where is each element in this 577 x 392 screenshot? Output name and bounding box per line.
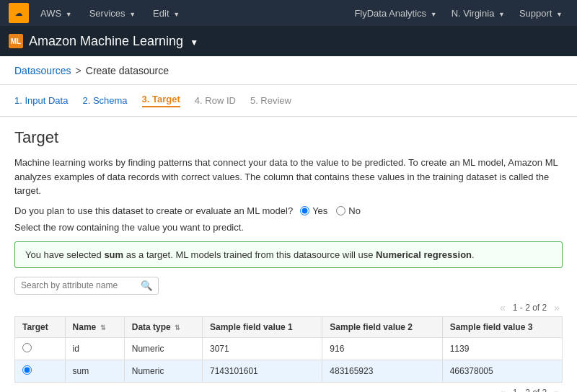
col-val2: Sample field value 2 [322,316,442,337]
yes-label: Yes [312,205,327,216]
val3-cell: 1139 [442,337,562,360]
aws-logo: ☁ [9,3,29,23]
content-area: Target Machine learning works by finding… [0,117,577,392]
pagination-top: « 1 - 2 of 2 » [14,300,563,315]
service-icon: ML [9,34,23,48]
main-content: 1. Input Data 2. Schema 3. Target 4. Row… [0,85,577,392]
info-text-before: You have selected [25,249,104,260]
support-menu[interactable]: Support ▼ [514,5,568,22]
yes-radio[interactable] [300,206,309,215]
val1-cell: 3071 [203,337,322,360]
next-page-bottom-button[interactable]: » [551,386,563,393]
pagination-count: 1 - 2 of 2 [513,303,547,313]
info-target: sum [104,249,123,260]
top-nav: ☁ AWS ▼ Services ▼ Edit ▼ FlyData Analyt… [0,0,577,26]
search-button[interactable]: 🔍 [138,277,156,294]
col-val1: Sample field value 1 [203,316,322,337]
breadcrumb: Datasources > Create datasource [0,56,577,85]
radio-cell[interactable] [15,337,66,360]
name-cell: sum [65,360,124,382]
select-row: Select the row containing the value you … [14,222,563,233]
name-cell: id [65,337,124,360]
yes-no-group: Yes No [300,205,361,216]
top-nav-left: ☁ AWS ▼ Services ▼ Edit ▼ [9,3,185,23]
prev-page-button[interactable]: « [497,300,508,315]
attribute-table: Target Name ⇅ Data type ⇅ Sample field v… [14,316,563,383]
col-datatype[interactable]: Data type ⇅ [124,316,202,337]
pagination-bottom: « 1 - 2 of 2 » [14,386,563,393]
search-area: 🔍 [14,277,563,295]
table-row[interactable]: id Numeric 3071 916 1139 [15,337,563,360]
description: Machine learning works by finding patter… [14,156,563,198]
ml-model-question-row: Do you plan to use this dataset to creat… [14,205,563,216]
no-label: No [348,205,361,216]
val3-cell: 466378005 [442,360,562,382]
breadcrumb-current: Create datasource [86,65,169,76]
info-model-type: Numerical regression [376,249,472,260]
datatype-cell: Numeric [124,337,202,360]
services-menu[interactable]: Services ▼ [84,5,141,22]
search-input-wrap: 🔍 [14,277,159,295]
service-title[interactable]: Amazon Machine Learning ▼ [29,34,198,49]
page-title: Target [14,128,563,147]
target-radio-1[interactable] [22,365,32,375]
select-question: Select the row containing the value you … [14,222,244,233]
step-1[interactable]: 1. Input Data [14,95,68,106]
steps-nav: 1. Input Data 2. Schema 3. Target 4. Row… [0,85,577,117]
account-menu[interactable]: FlyData Analytics ▼ [348,5,442,22]
val2-cell: 916 [322,337,442,360]
no-radio-label[interactable]: No [336,205,361,216]
target-radio-0[interactable] [22,343,32,352]
service-bar: ML Amazon Machine Learning ▼ [0,26,577,56]
val1-cell: 7143101601 [203,360,322,382]
val2-cell: 483165923 [322,360,442,382]
col-val3: Sample field value 3 [442,316,562,337]
edit-menu[interactable]: Edit ▼ [147,5,185,22]
aws-menu[interactable]: AWS ▼ [35,5,78,22]
step-5[interactable]: 5. Review [250,95,291,106]
next-page-button[interactable]: » [551,300,563,315]
prev-page-bottom-button[interactable]: « [497,386,508,393]
step-3[interactable]: 3. Target [142,94,180,107]
region-menu[interactable]: N. Virginia ▼ [446,5,511,22]
radio-cell[interactable] [15,360,66,382]
info-text-middle: as a target. ML models trained from this… [123,249,376,260]
datatype-cell: Numeric [124,360,202,382]
breadcrumb-datasources[interactable]: Datasources [14,65,71,76]
breadcrumb-separator: > [76,65,82,76]
search-input[interactable] [15,277,138,293]
step-4[interactable]: 4. Row ID [195,95,236,106]
table-row[interactable]: sum Numeric 7143101601 483165923 4663780… [15,360,563,382]
step-2[interactable]: 2. Schema [82,95,127,106]
top-nav-right: FlyData Analytics ▼ N. Virginia ▼ Suppor… [348,5,568,22]
col-target: Target [15,316,66,337]
pagination-bottom-count: 1 - 2 of 2 [513,388,547,393]
info-text-after: . [472,249,475,260]
yes-radio-label[interactable]: Yes [300,205,327,216]
info-box: You have selected sum as a target. ML mo… [14,241,563,268]
col-name[interactable]: Name ⇅ [65,316,124,337]
no-radio[interactable] [336,206,345,215]
ml-model-question: Do you plan to use this dataset to creat… [14,205,293,216]
